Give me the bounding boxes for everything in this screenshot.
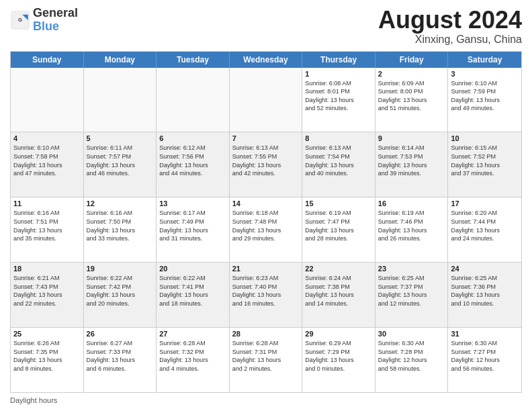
calendar-cell: 1Sunrise: 6:08 AM Sunset: 8:01 PM Daylig…: [302, 68, 375, 132]
day-number: 6: [159, 134, 226, 142]
day-number: 29: [305, 330, 372, 338]
calendar-cell: 25Sunrise: 6:26 AM Sunset: 7:35 PM Dayli…: [11, 328, 84, 392]
calendar-cell: 16Sunrise: 6:19 AM Sunset: 7:46 PM Dayli…: [375, 197, 449, 262]
day-number: 11: [13, 199, 81, 208]
day-number: 8: [305, 134, 372, 142]
day-number: 26: [87, 330, 154, 338]
calendar: SundayMondayTuesdayWednesdayThursdayFrid…: [10, 51, 522, 393]
calendar-header: SundayMondayTuesdayWednesdayThursdayFrid…: [11, 52, 521, 68]
day-number: 18: [13, 265, 81, 273]
cell-info: Sunrise: 6:21 AM Sunset: 7:43 PM Dayligh…: [13, 274, 81, 308]
day-number: 19: [87, 265, 154, 273]
day-number: 12: [87, 199, 154, 208]
day-number: 2: [378, 70, 445, 78]
day-number: 15: [305, 199, 372, 208]
header-day-monday: Monday: [84, 52, 157, 68]
day-number: 5: [87, 134, 154, 142]
day-number: 28: [232, 330, 300, 338]
page: G General Blue August 2024 Xinxing, Gans…: [0, 0, 532, 411]
cell-info: Sunrise: 6:28 AM Sunset: 7:32 PM Dayligh…: [159, 339, 226, 373]
cell-info: Sunrise: 6:18 AM Sunset: 7:48 PM Dayligh…: [232, 209, 300, 242]
cell-info: Sunrise: 6:28 AM Sunset: 7:31 PM Dayligh…: [232, 339, 300, 373]
day-number: 25: [13, 330, 81, 338]
calendar-cell: 12Sunrise: 6:16 AM Sunset: 7:50 PM Dayli…: [84, 197, 157, 262]
calendar-cell: 6Sunrise: 6:12 AM Sunset: 7:56 PM Daylig…: [157, 132, 230, 197]
header-day-wednesday: Wednesday: [230, 52, 303, 68]
day-number: 21: [232, 265, 300, 273]
calendar-row-5: 25Sunrise: 6:26 AM Sunset: 7:35 PM Dayli…: [11, 328, 521, 392]
calendar-cell: 5Sunrise: 6:11 AM Sunset: 7:57 PM Daylig…: [84, 132, 157, 197]
cell-info: Sunrise: 6:25 AM Sunset: 7:37 PM Dayligh…: [378, 274, 445, 308]
cell-info: Sunrise: 6:19 AM Sunset: 7:47 PM Dayligh…: [305, 209, 372, 242]
header-day-tuesday: Tuesday: [157, 52, 230, 68]
calendar-cell: 9Sunrise: 6:14 AM Sunset: 7:53 PM Daylig…: [375, 132, 449, 197]
calendar-row-1: 1Sunrise: 6:08 AM Sunset: 8:01 PM Daylig…: [11, 68, 521, 133]
cell-info: Sunrise: 6:11 AM Sunset: 7:57 PM Dayligh…: [87, 144, 154, 177]
header: G General Blue August 2024 Xinxing, Gans…: [10, 7, 522, 46]
calendar-cell: 15Sunrise: 6:19 AM Sunset: 7:47 PM Dayli…: [302, 197, 375, 262]
cell-info: Sunrise: 6:27 AM Sunset: 7:33 PM Dayligh…: [87, 339, 154, 373]
cell-info: Sunrise: 6:20 AM Sunset: 7:44 PM Dayligh…: [451, 209, 519, 242]
cell-info: Sunrise: 6:29 AM Sunset: 7:29 PM Dayligh…: [305, 339, 372, 373]
cell-info: Sunrise: 6:17 AM Sunset: 7:49 PM Dayligh…: [159, 209, 226, 242]
cell-info: Sunrise: 6:25 AM Sunset: 7:36 PM Dayligh…: [451, 274, 519, 308]
cell-info: Sunrise: 6:15 AM Sunset: 7:52 PM Dayligh…: [451, 144, 519, 177]
cell-info: Sunrise: 6:13 AM Sunset: 7:55 PM Dayligh…: [232, 144, 300, 177]
footer-label: Daylight hours: [10, 396, 57, 404]
month-year: August 2024: [378, 7, 522, 34]
day-number: 1: [305, 70, 372, 78]
cell-info: Sunrise: 6:19 AM Sunset: 7:46 PM Dayligh…: [378, 209, 445, 242]
cell-info: Sunrise: 6:10 AM Sunset: 7:59 PM Dayligh…: [451, 79, 519, 113]
cell-info: Sunrise: 6:26 AM Sunset: 7:35 PM Dayligh…: [13, 339, 81, 373]
day-number: 3: [451, 70, 519, 78]
day-number: 20: [159, 265, 226, 273]
day-number: 4: [13, 134, 81, 142]
cell-info: Sunrise: 6:12 AM Sunset: 7:56 PM Dayligh…: [159, 144, 226, 177]
cell-info: Sunrise: 6:24 AM Sunset: 7:38 PM Dayligh…: [305, 274, 372, 308]
svg-text:G: G: [18, 16, 22, 22]
cell-info: Sunrise: 6:23 AM Sunset: 7:40 PM Dayligh…: [232, 274, 300, 308]
logo-blue: Blue: [33, 20, 78, 34]
cell-info: Sunrise: 6:08 AM Sunset: 8:01 PM Dayligh…: [305, 79, 372, 113]
cell-info: Sunrise: 6:16 AM Sunset: 7:50 PM Dayligh…: [87, 209, 154, 242]
header-day-sunday: Sunday: [11, 52, 84, 68]
calendar-row-2: 4Sunrise: 6:10 AM Sunset: 7:58 PM Daylig…: [11, 132, 521, 197]
day-number: 9: [378, 134, 445, 142]
logo-text: General Blue: [33, 7, 78, 34]
day-number: 17: [451, 199, 519, 208]
calendar-cell: [157, 68, 230, 132]
cell-info: Sunrise: 6:16 AM Sunset: 7:51 PM Dayligh…: [13, 209, 81, 242]
header-day-thursday: Thursday: [302, 52, 375, 68]
day-number: 30: [378, 330, 445, 338]
calendar-cell: 8Sunrise: 6:13 AM Sunset: 7:54 PM Daylig…: [302, 132, 375, 197]
cell-info: Sunrise: 6:14 AM Sunset: 7:53 PM Dayligh…: [378, 144, 445, 177]
calendar-cell: 27Sunrise: 6:28 AM Sunset: 7:32 PM Dayli…: [157, 328, 230, 392]
cell-info: Sunrise: 6:30 AM Sunset: 7:27 PM Dayligh…: [451, 339, 519, 373]
calendar-cell: 19Sunrise: 6:22 AM Sunset: 7:42 PM Dayli…: [84, 263, 157, 327]
calendar-cell: 30Sunrise: 6:30 AM Sunset: 7:28 PM Dayli…: [375, 328, 449, 392]
calendar-cell: 2Sunrise: 6:09 AM Sunset: 8:00 PM Daylig…: [375, 68, 449, 132]
calendar-cell: 24Sunrise: 6:25 AM Sunset: 7:36 PM Dayli…: [448, 263, 521, 327]
calendar-cell: 4Sunrise: 6:10 AM Sunset: 7:58 PM Daylig…: [11, 132, 84, 197]
day-number: 13: [159, 199, 226, 208]
calendar-cell: 29Sunrise: 6:29 AM Sunset: 7:29 PM Dayli…: [302, 328, 375, 392]
header-day-friday: Friday: [375, 52, 449, 68]
day-number: 27: [159, 330, 226, 338]
day-number: 14: [232, 199, 300, 208]
calendar-row-3: 11Sunrise: 6:16 AM Sunset: 7:51 PM Dayli…: [11, 197, 521, 263]
cell-info: Sunrise: 6:09 AM Sunset: 8:00 PM Dayligh…: [378, 79, 445, 113]
day-number: 7: [232, 134, 300, 142]
day-number: 10: [451, 134, 519, 142]
calendar-body: 1Sunrise: 6:08 AM Sunset: 8:01 PM Daylig…: [11, 68, 521, 392]
calendar-cell: [84, 68, 157, 132]
calendar-cell: 23Sunrise: 6:25 AM Sunset: 7:37 PM Dayli…: [375, 263, 449, 327]
day-number: 23: [378, 265, 445, 273]
location: Xinxing, Gansu, China: [378, 34, 522, 46]
calendar-cell: 10Sunrise: 6:15 AM Sunset: 7:52 PM Dayli…: [448, 132, 521, 197]
calendar-cell: 17Sunrise: 6:20 AM Sunset: 7:44 PM Dayli…: [448, 197, 521, 262]
cell-info: Sunrise: 6:22 AM Sunset: 7:42 PM Dayligh…: [87, 274, 154, 308]
day-number: 16: [378, 199, 445, 208]
calendar-cell: [230, 68, 303, 132]
calendar-cell: 13Sunrise: 6:17 AM Sunset: 7:49 PM Dayli…: [157, 197, 230, 262]
logo: G General Blue: [10, 7, 78, 34]
